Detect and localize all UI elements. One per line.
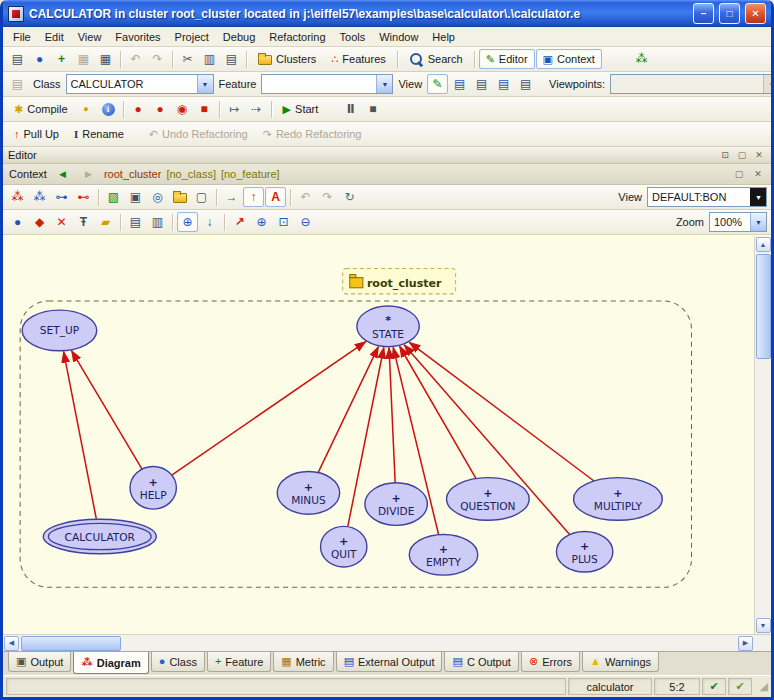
chevron-down-icon[interactable]: ▼ (750, 213, 766, 231)
tab-metric[interactable]: ▦Metric (273, 652, 333, 672)
relation-edge-help-set_up[interactable] (71, 351, 142, 469)
scroll-down-icon[interactable]: ▼ (756, 618, 771, 633)
title-bar[interactable]: CALCULATOR in cluster root_cluster locat… (3, 0, 771, 27)
view-editor-icon[interactable]: ✎ (427, 74, 448, 94)
vertical-scroll-thumb[interactable] (756, 254, 771, 359)
diagram-undo-icon[interactable]: ↶ (295, 187, 316, 207)
debug-run-ignore-icon[interactable]: ● (150, 99, 171, 119)
diagram-view-combobox[interactable]: DEFAULT:BON ▼ (647, 187, 767, 207)
save-icon[interactable]: ▦ (73, 49, 94, 69)
maximize-panel-icon[interactable]: ▢ (735, 149, 749, 162)
relation-edge-calculator-set_up[interactable] (64, 352, 97, 520)
tab-c-output[interactable]: ▤C Output (444, 652, 518, 672)
menu-tools[interactable]: Tools (333, 28, 373, 46)
start-button[interactable]: ▶ Start (276, 99, 326, 119)
resize-grip[interactable]: ◢ (754, 680, 768, 693)
class-combobox[interactable]: CALCULATOR ▼ (66, 74, 214, 94)
save-all-icon[interactable]: ▦ (95, 49, 116, 69)
tab-class[interactable]: ●Class (151, 652, 205, 672)
view-flat-icon[interactable]: ▤ (449, 74, 470, 94)
redo-icon[interactable]: ↷ (147, 49, 168, 69)
class-node-state[interactable]: *STATE (357, 306, 419, 347)
menu-help[interactable]: Help (425, 28, 462, 46)
relation-edge-help-state[interactable] (172, 342, 366, 475)
scroll-left-icon[interactable]: ◀ (4, 636, 19, 651)
menu-debug[interactable]: Debug (216, 28, 262, 46)
close-button[interactable]: ✕ (745, 3, 766, 24)
copy-icon[interactable]: ▥ (199, 49, 220, 69)
menu-window[interactable]: Window (372, 28, 425, 46)
text-tool-icon[interactable]: A (265, 187, 286, 207)
undo-icon[interactable]: ↶ (125, 49, 146, 69)
compile-button[interactable]: ✱ Compile (7, 99, 75, 119)
class-node-set_up[interactable]: SET_UP (22, 310, 97, 351)
pause-icon[interactable]: Ⅱ (340, 99, 361, 119)
debug-run-icon[interactable]: ● (128, 99, 149, 119)
project-info-button[interactable]: i (98, 99, 119, 119)
new-cluster-tool-icon[interactable]: ◆ (29, 212, 50, 232)
tab-output[interactable]: ▣Output (8, 652, 71, 672)
chevron-down-icon[interactable]: ▼ (750, 188, 766, 206)
class-node-divide[interactable]: +DIVIDE (365, 483, 427, 526)
paste-context-icon[interactable]: ▤ (7, 74, 28, 94)
class-node-plus[interactable]: +PLUS (556, 531, 612, 572)
class-node-minus[interactable]: +MINUS (277, 472, 339, 515)
scroll-up-icon[interactable]: ▲ (756, 237, 771, 252)
context-toggle-button[interactable]: ▣ Context (536, 49, 602, 69)
pull-up-button[interactable]: ↑ Pull Up (7, 124, 66, 144)
delete-tool-icon[interactable]: ✕ (51, 212, 72, 232)
refresh-diagram-icon[interactable]: ↻ (339, 187, 360, 207)
class-node-question[interactable]: +QUESTION (447, 478, 530, 521)
put-class-tool-icon[interactable]: ↑ (243, 187, 264, 207)
editor-toggle-button[interactable]: ✎ Editor (479, 49, 535, 69)
diagram-canvas[interactable]: root_clusterSET_UP*STATE+HELPCALCULATOR+… (3, 236, 754, 634)
link-tool-icon[interactable]: ↗ (229, 212, 250, 232)
close-panel-icon[interactable]: ✕ (752, 149, 766, 162)
add-item-icon[interactable]: + (51, 49, 72, 69)
capture-diagram-icon[interactable]: ▣ (125, 187, 146, 207)
horizontal-scroll-thumb[interactable] (21, 636, 121, 651)
stop-icon[interactable]: ■ (362, 99, 383, 119)
step-into-icon[interactable]: ↦ (224, 99, 245, 119)
minimize-button[interactable]: – (693, 3, 714, 24)
paste-icon[interactable]: ▤ (221, 49, 242, 69)
context-cluster-crumb[interactable]: root_cluster (104, 168, 161, 180)
tab-errors[interactable]: ⊗Errors (521, 652, 580, 672)
layout-depth-icon[interactable]: ▤ (125, 212, 146, 232)
class-relations-icon[interactable]: ⁂ (7, 187, 28, 207)
undo-refactoring-button[interactable]: ↶ Undo Refactoring (142, 124, 255, 144)
class-node-calculator[interactable]: CALCULATOR (43, 519, 156, 554)
clusters-button[interactable]: Clusters (251, 49, 323, 69)
cut-icon[interactable]: ✂ (177, 49, 198, 69)
tab-warnings[interactable]: ▲Warnings (582, 652, 659, 672)
tab-feature[interactable]: +Feature (207, 652, 271, 672)
view-interface-icon[interactable]: ▤ (515, 74, 536, 94)
vertical-scrollbar[interactable]: ▲ ▼ (754, 236, 771, 634)
menu-refactoring[interactable]: Refactoring (262, 28, 332, 46)
tab-diagram[interactable]: ⁂Diagram (73, 652, 148, 674)
debug-stop-points-icon[interactable]: ■ (194, 99, 215, 119)
center-diagram-icon[interactable]: ⊕ (177, 212, 198, 232)
diagram-redo-icon[interactable]: ↷ (317, 187, 338, 207)
chevron-down-icon[interactable]: ▼ (197, 75, 213, 93)
eraser-tool-icon[interactable]: ▰ (95, 212, 116, 232)
step-over-icon[interactable]: ⇢ (246, 99, 267, 119)
freeze-key-icon[interactable]: ● (76, 99, 97, 119)
class-node-help[interactable]: +HELP (130, 466, 176, 509)
debug-run-stop-icon[interactable]: ◉ (172, 99, 193, 119)
tab-external-output[interactable]: ▤External Output (336, 652, 443, 672)
cluster-relations-icon[interactable]: ⁂ (29, 187, 50, 207)
open-cluster-icon[interactable] (169, 187, 190, 207)
diagram-tool-icon[interactable]: ⁂ (631, 49, 652, 69)
horizontal-scrollbar[interactable]: ◀ ▶ (3, 634, 754, 651)
history-forward-icon[interactable]: ▶ (78, 164, 99, 184)
float-panel-icon[interactable]: ⊡ (718, 149, 732, 162)
class-node-quit[interactable]: +QUIT (321, 526, 367, 567)
history-back-icon[interactable]: ◀ (52, 164, 73, 184)
crop-tool-icon[interactable]: Ŧ (73, 212, 94, 232)
relation-edge-divide-state[interactable] (389, 348, 395, 483)
viewpoints-combobox[interactable]: ▼ (610, 74, 771, 94)
open-project-icon[interactable]: ● (29, 49, 50, 69)
inheritance-link-icon[interactable]: ⊶ (51, 187, 72, 207)
zoom-in-icon[interactable]: ⊕ (251, 212, 272, 232)
